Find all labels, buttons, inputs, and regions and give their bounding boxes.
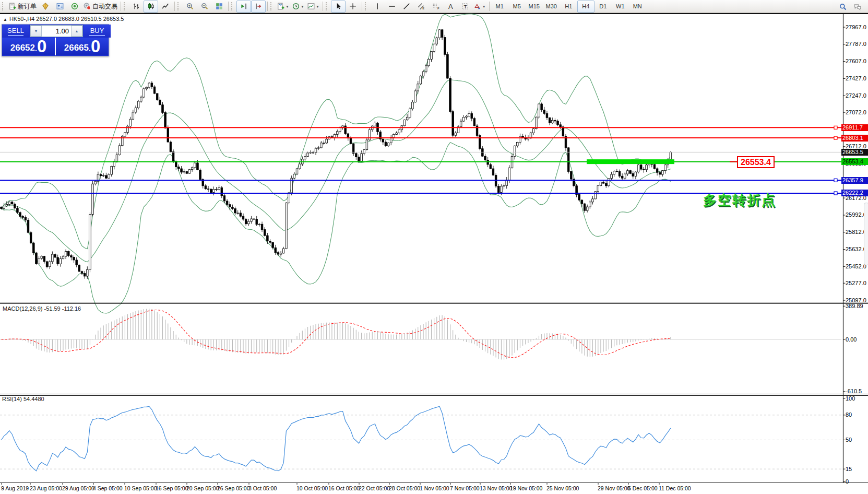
rsi-indicator-label: RSI(14) 54.4480 xyxy=(2,396,44,402)
axis-tick-label: 0 xyxy=(846,478,849,485)
buy-underline xyxy=(89,35,105,36)
mt4-window: 新订单自动交易▼▼▼EFAT▼M1M5M15M30H1H4D1W1MN ▲HK5… xyxy=(0,0,868,494)
price-tag-label: 26653.5 xyxy=(841,149,868,156)
axis-tick-label: 80 xyxy=(846,411,852,418)
one-click-trading-panel: SELL ▼ ▲ BUY 26652 . 0 26665 . 0 xyxy=(2,24,109,56)
collapse-arrow-icon[interactable]: ▲ xyxy=(3,17,7,22)
time-axis-label: 10 Sep 05:00 xyxy=(124,485,157,491)
axis-tick-label: 0.00 xyxy=(846,336,857,343)
macd-indicator-label: MACD(12,26,9) -51.59 -112.16 xyxy=(3,305,81,312)
time-axis-label: 25 Nov 05:00 xyxy=(546,485,579,491)
price-tag-label: 26553.4 xyxy=(841,158,868,165)
axis-tick-label: 27787.0 xyxy=(846,41,866,48)
time-axis-label: 5 Dec 05:00 xyxy=(628,485,658,491)
axis-tick-label: 25812.0 xyxy=(846,229,866,236)
axis-tick-label: 389.89 xyxy=(846,303,863,310)
scrollbar-thumb[interactable] xyxy=(864,203,868,265)
axis-tick-label: 25277.0 xyxy=(846,280,866,287)
axis-tick-label: 27967.0 xyxy=(846,24,866,31)
sell-price-big: 0 xyxy=(37,38,46,55)
time-axis-label: 29 Nov 05:00 xyxy=(598,485,630,491)
axis-tick-label: 27427.0 xyxy=(846,75,866,82)
price-tag-label: 26357.9 xyxy=(841,177,868,184)
chart-canvas[interactable] xyxy=(0,0,868,494)
time-axis-label: 11 Dec 05:00 xyxy=(659,485,691,491)
time-axis-label: 16 Oct 05:00 xyxy=(328,485,360,491)
time-axis-label: 29 Aug 05:00 xyxy=(62,485,94,491)
buy-button[interactable]: BUY xyxy=(84,25,111,38)
axis-tick-label: 25452.0 xyxy=(846,263,866,270)
price-tag-label: 26911.7 xyxy=(841,124,868,131)
time-axis-label: 9 Aug 2019 xyxy=(1,485,29,491)
chart-title-text: HK50-,H4 26527.0 26683.0 26510.5 26653.5 xyxy=(9,16,124,22)
time-axis-label: 13 Nov 05:00 xyxy=(480,485,512,491)
time-axis-label: 4 Sep 05:00 xyxy=(93,485,123,491)
time-axis-label: 20 Sep 05:00 xyxy=(186,485,219,491)
time-axis-label: 23 Aug 05:00 xyxy=(30,485,62,491)
time-axis-label: 28 Oct 05:00 xyxy=(389,485,420,491)
time-axis-label: 26 Sep 05:00 xyxy=(217,485,249,491)
axis-tick-label: 27072.0 xyxy=(846,109,866,116)
axis-tick-label: 50 xyxy=(846,437,852,443)
buy-price-main: 26665 xyxy=(64,41,89,55)
buy-price-button[interactable]: 26665 . 0 xyxy=(55,38,109,55)
sell-button[interactable]: SELL xyxy=(2,25,29,38)
time-axis-label: 1 Nov 05:00 xyxy=(420,485,449,491)
axis-tick-label: 15 xyxy=(846,466,852,473)
axis-tick-label: 25632.0 xyxy=(846,246,866,253)
axis-tick-label: 27247.0 xyxy=(846,92,866,99)
sell-button-label: SELL xyxy=(7,27,24,34)
axis-tick-label: 100 xyxy=(846,395,855,402)
chart-title: ▲HK50-,H4 26527.0 26683.0 26510.5 26653.… xyxy=(3,16,124,22)
buy-price-big: 0 xyxy=(91,38,100,55)
time-axis-label: 10 Oct 05:00 xyxy=(296,485,328,491)
sell-price-main: 26652 xyxy=(10,41,35,55)
time-axis-label: 22 Oct 05:00 xyxy=(359,485,390,491)
price-tag-label: 26222.2 xyxy=(841,190,868,196)
sell-price-button[interactable]: 26652 . 0 xyxy=(2,38,55,55)
axis-tick-label: 27607.0 xyxy=(846,58,866,65)
time-axis-label: 19 Nov 05:00 xyxy=(510,485,542,491)
buy-button-label: BUY xyxy=(90,27,104,34)
volume-input[interactable] xyxy=(42,26,71,37)
volume-down-button[interactable]: ▼ xyxy=(30,26,42,37)
price-callout-label[interactable]: 26553.4 xyxy=(737,156,775,168)
price-tag-label: 26803.1 xyxy=(841,135,868,142)
axis-tick-label: 25992.0 xyxy=(846,211,866,218)
volume-up-button[interactable]: ▲ xyxy=(71,26,82,37)
time-axis-label: 7 Nov 05:00 xyxy=(450,485,480,491)
sell-underline xyxy=(8,35,23,36)
turning-point-note: 多空转折点 xyxy=(703,191,776,209)
volume-stepper: ▼ ▲ xyxy=(30,25,83,37)
time-axis-label: 3 Oct 05:00 xyxy=(248,485,277,491)
axis-tick-label: -610.5 xyxy=(846,388,862,395)
time-axis-label: 16 Sep 05:00 xyxy=(156,485,188,491)
